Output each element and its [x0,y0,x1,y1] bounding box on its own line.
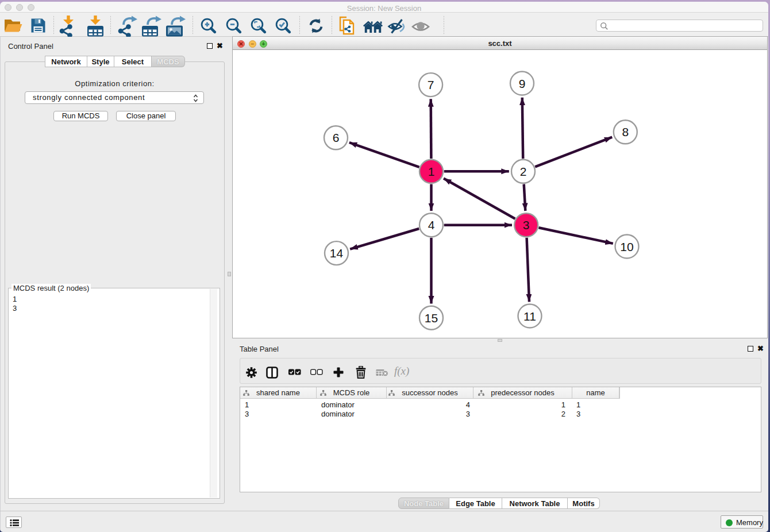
svg-text:7: 7 [428,78,434,91]
svg-text:11: 11 [523,310,536,323]
svg-text:3: 3 [523,218,530,232]
svg-text:14: 14 [330,246,344,260]
svg-text:9: 9 [519,77,526,90]
svg-text:2: 2 [520,165,527,178]
svg-text:1: 1 [428,165,435,178]
svg-text:15: 15 [425,311,438,325]
svg-text:10: 10 [620,240,633,253]
svg-text:4: 4 [428,218,435,232]
svg-text:8: 8 [622,125,629,138]
svg-text:6: 6 [333,131,340,144]
